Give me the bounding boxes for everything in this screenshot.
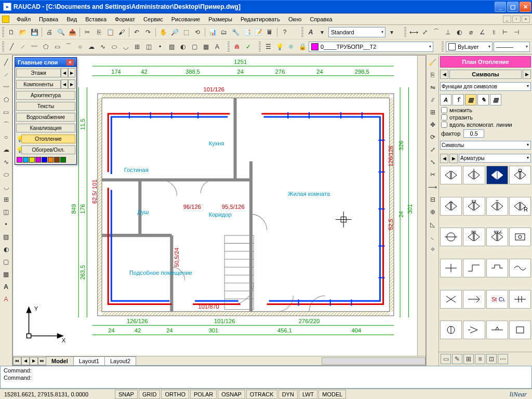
stretch-icon[interactable]: ⤡ <box>428 157 438 167</box>
mdi-min[interactable]: _ <box>503 16 511 23</box>
panel-btn2-icon[interactable]: ✎ <box>452 354 462 364</box>
swatch[interactable] <box>54 157 60 163</box>
tab-layout2[interactable]: Layout2 <box>104 356 136 366</box>
layer-nav-l[interactable]: ◀ <box>61 68 68 77</box>
match-icon[interactable]: 🖌 <box>116 27 127 37</box>
layer-heating[interactable]: Отопление <box>21 135 75 143</box>
symbol-s5[interactable] <box>440 290 462 309</box>
grad-icon[interactable]: ◐ <box>178 42 188 52</box>
rotate-icon[interactable]: ⟳ <box>428 132 438 142</box>
swatch[interactable] <box>60 157 66 163</box>
save-icon[interactable]: 💾 <box>29 27 39 37</box>
dim-dia-icon[interactable]: ⌀ <box>466 27 476 37</box>
symbol-s11[interactable] <box>486 321 508 339</box>
layer-arch[interactable]: Архитектура <box>16 91 75 100</box>
symbol-valve5[interactable] <box>440 197 462 216</box>
erase-icon[interactable]: 🧹 <box>428 57 438 68</box>
copy2-icon[interactable]: ⎘ <box>428 70 438 80</box>
trim-icon[interactable]: ✂ <box>428 169 438 180</box>
poly-tool-icon[interactable]: ⬠ <box>1 95 11 105</box>
status-snap[interactable]: SNAP <box>115 390 138 399</box>
dim-arc-icon[interactable]: ⌒ <box>431 27 442 37</box>
maximize-button[interactable]: ▢ <box>507 2 518 12</box>
mtext2-tool-icon[interactable]: A <box>1 294 11 304</box>
chamfer-icon[interactable]: ◺ <box>428 219 438 230</box>
textstyle-combo[interactable]: Standard <box>328 27 385 37</box>
publish-icon[interactable]: 📤 <box>67 27 77 37</box>
panel-btn4-icon[interactable]: ≡ <box>475 354 485 364</box>
symbol-valve7[interactable] <box>486 197 508 216</box>
symbol-s10[interactable] <box>463 321 485 339</box>
symbol-s7[interactable]: StCu <box>486 290 508 309</box>
check-icon[interactable]: ✓ <box>243 42 254 52</box>
block-tool-icon[interactable]: ◫ <box>1 207 11 217</box>
new-icon[interactable]: 🗋 <box>6 27 17 37</box>
symbol-valve8[interactable]: R <box>509 197 531 216</box>
preview-icon[interactable]: 🔍 <box>56 27 66 37</box>
color-combo[interactable]: ByLayer <box>446 42 493 52</box>
status-dyn[interactable]: DYN <box>278 390 298 399</box>
mtext-icon[interactable]: A <box>212 42 222 52</box>
menu-service[interactable]: Сервис <box>139 15 167 24</box>
panel-btn3-icon[interactable]: ⊞ <box>463 354 474 364</box>
status-ortho[interactable]: ORTHO <box>161 390 189 399</box>
array-icon[interactable]: ⊞ <box>428 107 438 117</box>
polygon-icon[interactable]: ⬠ <box>41 42 51 52</box>
mdi-close[interactable]: × <box>522 16 530 23</box>
panel-btn6-icon[interactable]: ⋯ <box>498 354 508 364</box>
symbol-s2[interactable] <box>463 259 485 277</box>
check-along[interactable]: вдоль вспомогат. линии <box>439 121 532 128</box>
dim-ang-icon[interactable]: ∠ <box>477 27 487 37</box>
dim-linear-icon[interactable]: ⟷ <box>408 27 419 37</box>
cat-next-icon[interactable]: ▶ <box>449 154 458 163</box>
menu-insert[interactable]: Вставка <box>81 15 111 24</box>
region-tool-icon[interactable]: ▢ <box>1 257 11 267</box>
status-grid[interactable]: GRID <box>139 390 161 399</box>
textstyle-icon[interactable]: A <box>305 27 316 37</box>
swatch[interactable] <box>42 157 47 163</box>
symbol-s12[interactable] <box>509 321 531 339</box>
chevron-icon[interactable]: ▾ <box>387 27 397 37</box>
swatch[interactable] <box>17 157 22 163</box>
revcloud-icon[interactable]: ☁ <box>86 42 97 52</box>
tab-model[interactable]: Model <box>46 356 74 366</box>
calc-icon[interactable]: 🖩 <box>264 27 275 37</box>
symbol-valve3[interactable] <box>486 166 508 184</box>
zoom-rt-icon[interactable]: 🔎 <box>169 27 180 37</box>
menu-modify[interactable]: Редактировать <box>236 15 284 24</box>
extend-icon[interactable]: ⟶ <box>428 182 438 192</box>
pen-icon[interactable]: ✎ <box>477 94 489 105</box>
symbol-s1[interactable] <box>440 259 462 277</box>
status-osnap[interactable]: OSNAP <box>218 390 245 399</box>
mdi-max[interactable]: ▫ <box>512 16 521 23</box>
menu-window[interactable]: Окно <box>284 15 306 24</box>
grad-tool-icon[interactable]: ◐ <box>1 244 11 255</box>
props-icon[interactable]: 📊 <box>207 27 218 37</box>
check-multiply[interactable]: множить <box>439 107 532 114</box>
symbol-valve12[interactable] <box>509 228 531 246</box>
menu-help[interactable]: Справка <box>305 15 336 24</box>
copy-icon[interactable]: ⎘ <box>94 27 104 37</box>
symbol-s8[interactable] <box>509 290 531 309</box>
pline-icon[interactable]: 〰 <box>29 42 39 52</box>
status-polar[interactable]: POLAR <box>190 390 217 399</box>
menu-dims[interactable]: Размеры <box>204 15 236 24</box>
scale-tool-icon[interactable]: ▥ <box>465 94 476 105</box>
symbol-valve6[interactable] <box>463 197 485 216</box>
layers-panel[interactable]: Главные слои× Этажи◀▶ Компоненты◀▶ Архит… <box>15 57 77 165</box>
symbol-s4[interactable] <box>509 259 531 277</box>
layer-sewer[interactable]: Канализация <box>16 124 75 132</box>
layer-nav-r[interactable]: ▶ <box>68 68 75 77</box>
menu-view[interactable]: Вид <box>62 15 81 24</box>
line-tool-icon[interactable]: ╱ <box>1 57 11 68</box>
spline-icon[interactable]: ∿ <box>98 42 108 52</box>
swatch[interactable] <box>48 157 54 163</box>
close-button[interactable]: ✕ <box>520 2 531 12</box>
symbol-valve1[interactable] <box>440 166 462 184</box>
print-icon[interactable]: 🖨 <box>44 27 55 37</box>
symbol-valve2[interactable] <box>463 166 485 184</box>
menu-file[interactable]: Файл <box>12 15 35 24</box>
command-line[interactable]: Command: Command: <box>0 366 532 389</box>
zoom-prev-icon[interactable]: ⟲ <box>192 27 203 37</box>
check-mirror[interactable]: отразить <box>439 114 532 121</box>
